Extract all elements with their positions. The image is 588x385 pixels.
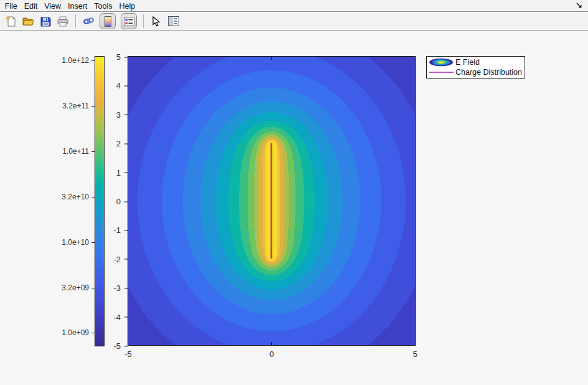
- print-figure-button[interactable]: [57, 15, 69, 27]
- y-tick-label: 0: [98, 197, 121, 206]
- y-tick: -5: [98, 341, 128, 351]
- legend-label: E Field: [455, 58, 480, 67]
- toolbar-separator: [143, 14, 144, 28]
- y-tick: 1: [98, 168, 128, 177]
- colorbar-tick-label: 1.0e+12: [53, 56, 89, 65]
- y-tick: 5: [98, 52, 128, 62]
- y-tick: 4: [98, 81, 128, 90]
- menu-item[interactable]: Insert: [65, 2, 91, 11]
- menu-bar: FileEditViewInsertToolsHelp: [0, 0, 588, 12]
- edit-plot-button[interactable]: [150, 15, 162, 27]
- colorbar-tick: 1.0e+12: [53, 56, 95, 65]
- undock-arrow-icon[interactable]: [576, 1, 583, 9]
- y-tick-label: -3: [98, 283, 121, 293]
- x-tick-label: 5: [413, 349, 417, 359]
- y-tick-label: 4: [98, 81, 121, 90]
- colorbar-tick-label: 3.2e+11: [53, 102, 89, 110]
- new-figure-button[interactable]: [4, 15, 17, 27]
- x-tick-mark-top: [271, 57, 272, 60]
- colorbar-tick: 1.0e+09: [53, 328, 95, 337]
- insert-legend-button[interactable]: [121, 13, 137, 29]
- y-tick: -2: [98, 254, 128, 264]
- menu-item[interactable]: Help: [116, 2, 139, 11]
- save-figure-button[interactable]: [39, 15, 52, 27]
- y-tick: 2: [98, 139, 128, 148]
- cursor-arrow-icon: [152, 16, 161, 27]
- show-plot-tools-button[interactable]: [167, 15, 180, 27]
- colorbar-tick: 3.2e+10: [53, 192, 95, 201]
- y-tick: -3: [98, 283, 128, 293]
- legend-box[interactable]: E Field Charge Distribution: [426, 56, 525, 78]
- open-folder-icon: [22, 16, 34, 26]
- y-tick-label: 1: [98, 168, 121, 177]
- toolbar-separator: [75, 14, 76, 28]
- save-floppy-icon: [40, 16, 51, 27]
- charge-distribution-line: [271, 143, 272, 259]
- y-tick: 0: [98, 197, 128, 206]
- open-file-button[interactable]: [22, 15, 34, 27]
- chain-link-icon: [83, 16, 95, 27]
- y-tick-label: 3: [98, 110, 121, 119]
- menu-item[interactable]: Tools: [91, 2, 116, 11]
- y-tick-label: -1: [98, 226, 121, 235]
- contour-rings-icon: [427, 58, 455, 67]
- y-tick-label: -2: [98, 254, 121, 264]
- colorbar-icon: [105, 16, 111, 27]
- y-tick-label: -5: [98, 341, 121, 351]
- legend-entry-efield: E Field: [427, 58, 525, 67]
- colorbar-tick: 1.0e+11: [53, 147, 95, 156]
- y-tick-label: 2: [98, 139, 121, 148]
- x-tick-label: 0: [269, 349, 274, 359]
- x-tick-label: -5: [124, 349, 132, 359]
- menu-item[interactable]: File: [1, 2, 21, 11]
- figure-toolbar: [0, 12, 588, 31]
- field-plot-axes[interactable]: [128, 56, 416, 346]
- menu-item[interactable]: View: [41, 2, 65, 11]
- x-tick-mark-bottom: [271, 342, 272, 345]
- y-tick: -1: [98, 226, 128, 235]
- colorbar-tick-label: 3.2e+09: [53, 283, 89, 292]
- charge-line-swatch: [427, 71, 455, 74]
- colorbar-tick: 3.2e+11: [53, 102, 95, 110]
- colorbar-tick: 1.0e+10: [53, 238, 95, 247]
- printer-icon: [57, 16, 68, 27]
- legend-label: Charge Distribution: [455, 68, 522, 77]
- menu-items: FileEditViewInsertToolsHelp: [1, 0, 139, 12]
- colorbar-tick-label: 1.0e+11: [53, 147, 89, 156]
- colorbar-tick-label: 3.2e+10: [53, 192, 89, 201]
- y-tick: 3: [98, 110, 128, 119]
- menu-item[interactable]: Edit: [21, 2, 41, 11]
- y-tick: -4: [98, 312, 128, 321]
- colorbar-tick-label: 1.0e+10: [53, 238, 89, 247]
- y-tick-label: -4: [98, 312, 121, 321]
- legend-entry-charge: Charge Distribution: [427, 67, 525, 77]
- link-plot-button[interactable]: [82, 15, 95, 27]
- colorbar-tick: 3.2e+09: [53, 283, 95, 292]
- y-tick-label: 5: [98, 52, 121, 62]
- figure-window: FileEditViewInsertToolsHelp: [0, 0, 588, 385]
- new-document-icon: [6, 16, 16, 27]
- plot-tools-panel-icon: [168, 16, 179, 26]
- colorbar-tick-label: 1.0e+09: [53, 328, 89, 337]
- legend-icon: [124, 17, 134, 26]
- insert-colorbar-button[interactable]: [100, 13, 116, 29]
